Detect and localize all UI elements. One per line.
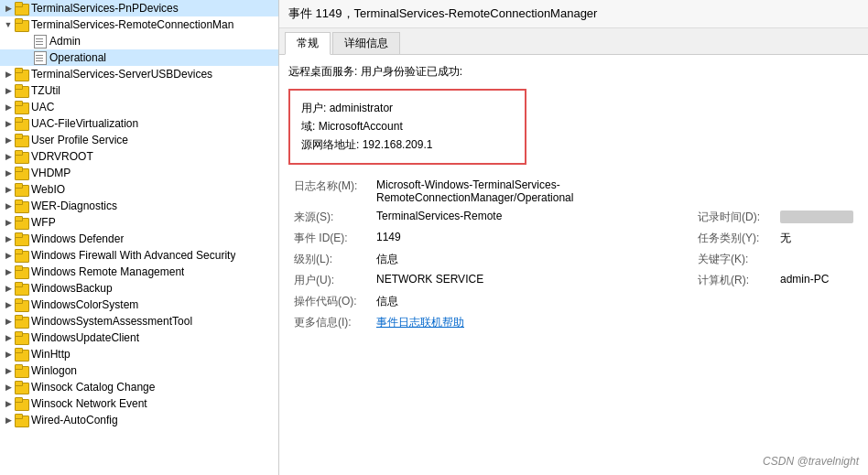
detail-value2: 无 <box>775 228 859 249</box>
tree-label: WER-Diagnostics <box>31 200 117 212</box>
source-label: 源网络地址: <box>301 138 359 151</box>
detail-label: 日志名称(M): <box>288 176 371 207</box>
domain-value: MicrosoftAccount <box>319 120 403 133</box>
folder-icon <box>14 282 28 295</box>
tree-item-wer-diag[interactable]: ▶WER-Diagnostics <box>0 198 278 214</box>
tree-item-user-profile[interactable]: ▶User Profile Service <box>0 132 278 148</box>
tree-item-winsock-catalog[interactable]: ▶Winsock Catalog Change <box>0 379 278 395</box>
folder-icon <box>14 150 28 163</box>
tree-item-win-update[interactable]: ▶WindowsUpdateClient <box>0 329 278 346</box>
tree-label: VHDMP <box>31 167 71 179</box>
detail-label2: 计算机(R): <box>692 270 775 291</box>
user-value: administrator <box>330 102 393 114</box>
tab-details[interactable]: 详细信息 <box>332 32 400 54</box>
tree-item-win-color[interactable]: ▶WindowsColorSystem <box>0 297 278 313</box>
event-body: 远程桌面服务: 用户身份验证已成功: 用户: administrator 域: … <box>279 55 868 475</box>
event-title: 事件 1149，TerminalServices-RemoteConnectio… <box>279 0 868 28</box>
expand-arrow: ▶ <box>4 249 13 262</box>
tree-label: UAC <box>31 101 54 113</box>
tree-item-terminalservices-server[interactable]: ▶TerminalServices-ServerUSBDevices <box>0 66 278 82</box>
folder-icon <box>14 315 28 328</box>
table-row: 更多信息(I):事件日志联机帮助 <box>288 312 859 333</box>
user-label: 用户: <box>301 102 326 114</box>
detail-label: 事件 ID(E): <box>288 228 371 249</box>
tree-item-win-defender[interactable]: ▶Windows Defender <box>0 231 278 247</box>
detail-label2: 任务类别(Y): <box>692 228 775 249</box>
tree-item-vdrvroot[interactable]: ▶VDRVROOT <box>0 148 278 165</box>
expand-arrow: ▶ <box>4 68 13 81</box>
expand-arrow: ▶ <box>4 397 13 410</box>
folder-icon <box>14 18 28 31</box>
expand-arrow: ▶ <box>4 265 13 278</box>
expand-arrow: ▶ <box>4 134 13 146</box>
detail-value: 信息 <box>371 249 692 270</box>
tree-item-vhdmp[interactable]: ▶VHDMP <box>0 165 278 181</box>
tree-item-win-firewall[interactable]: ▶Windows Firewall With Advanced Security <box>0 247 278 264</box>
detail-value: NETWORK SERVICE <box>371 270 692 291</box>
expand-arrow: ▶ <box>4 200 13 212</box>
tab-general[interactable]: 常规 <box>285 32 331 55</box>
event-summary-text: 远程桌面服务: 用户身份验证已成功: <box>288 64 859 80</box>
tree-item-terminalservices-pnp[interactable]: ▶TerminalServices-PnPDevices <box>0 0 278 16</box>
table-row: 事件 ID(E):1149任务类别(Y):无 <box>288 228 859 249</box>
tree-item-winsock-network[interactable]: ▶Winsock Network Event <box>0 395 278 412</box>
tree-label: TZUtil <box>31 84 60 97</box>
event-log-link[interactable]: 事件日志联机帮助 <box>376 316 464 329</box>
tree-label: Winlogon <box>31 364 77 377</box>
detail-value: TerminalServices-Remote <box>371 207 692 228</box>
folder-icon <box>14 381 28 394</box>
folder-icon <box>14 331 28 344</box>
folder-icon <box>14 216 28 229</box>
event-tree[interactable]: ▶TerminalServices-PnPDevices▼TerminalSer… <box>0 0 279 475</box>
tree-label: TerminalServices-RemoteConnectionMan <box>31 18 233 31</box>
expand-arrow: ▶ <box>4 381 13 394</box>
tree-item-winlogon[interactable]: ▶Winlogon <box>0 362 278 379</box>
doc-icon <box>32 35 47 48</box>
tree-label: VDRVROOT <box>31 150 93 163</box>
detail-label2: 关键字(K): <box>692 249 775 270</box>
source-line: 源网络地址: 192.168.209.1 <box>301 137 514 153</box>
folder-icon <box>14 364 28 377</box>
tree-item-uac[interactable]: ▶UAC <box>0 99 278 115</box>
table-row: 来源(S):TerminalServices-Remote记录时间(D): <box>288 207 859 228</box>
tree-item-winhttp[interactable]: ▶WinHttp <box>0 346 278 362</box>
folder-icon <box>14 397 28 410</box>
folder-icon <box>14 117 28 130</box>
tree-label: WFP <box>31 216 56 229</box>
tree-item-win-remote[interactable]: ▶Windows Remote Management <box>0 264 278 280</box>
tree-item-terminalservices-remote[interactable]: ▼TerminalServices-RemoteConnectionMan <box>0 16 278 33</box>
tree-item-admin[interactable]: Admin <box>0 33 278 49</box>
expand-arrow: ▶ <box>4 117 13 130</box>
doc-icon <box>32 51 47 64</box>
tree-item-uac-filevirt[interactable]: ▶UAC-FileVirtualization <box>0 115 278 132</box>
table-row: 操作代码(O):信息 <box>288 291 859 312</box>
expand-arrow: ▶ <box>4 2 13 15</box>
expand-arrow: ▶ <box>4 167 13 179</box>
tree-label: User Profile Service <box>31 134 128 146</box>
tree-label: Admin <box>49 35 81 48</box>
expand-arrow: ▶ <box>4 364 13 377</box>
tree-item-operational[interactable]: Operational <box>0 49 278 66</box>
expand-arrow: ▶ <box>4 315 13 328</box>
expand-arrow: ▶ <box>4 150 13 163</box>
table-row: 级别(L):信息关键字(K): <box>288 249 859 270</box>
folder-icon <box>14 298 28 311</box>
tree-item-tzutil[interactable]: ▶TZUtil <box>0 82 278 99</box>
domain-line: 域: MicrosoftAccount <box>301 119 514 135</box>
domain-label: 域: <box>301 120 315 133</box>
expand-arrow: ▶ <box>4 183 13 196</box>
tree-item-webio[interactable]: ▶WebIO <box>0 181 278 198</box>
detail-value2 <box>775 207 859 228</box>
tree-label: WinHttp <box>31 348 71 361</box>
tree-label: Windows Remote Management <box>31 265 184 278</box>
tree-item-win-backup[interactable]: ▶WindowsBackup <box>0 280 278 297</box>
source-value: 192.168.209.1 <box>363 138 433 151</box>
tree-item-win-sysassess[interactable]: ▶WindowsSystemAssessmentTool <box>0 313 278 329</box>
expand-arrow: ▶ <box>4 232 13 245</box>
folder-icon <box>14 348 28 361</box>
detail-value[interactable]: 事件日志联机帮助 <box>371 312 692 333</box>
tree-item-wired-autoconfig[interactable]: ▶Wired-AutoConfig <box>0 412 278 428</box>
detail-label: 用户(U): <box>288 270 371 291</box>
tree-item-wfp[interactable]: ▶WFP <box>0 214 278 231</box>
tree-label: WindowsColorSystem <box>31 298 138 311</box>
